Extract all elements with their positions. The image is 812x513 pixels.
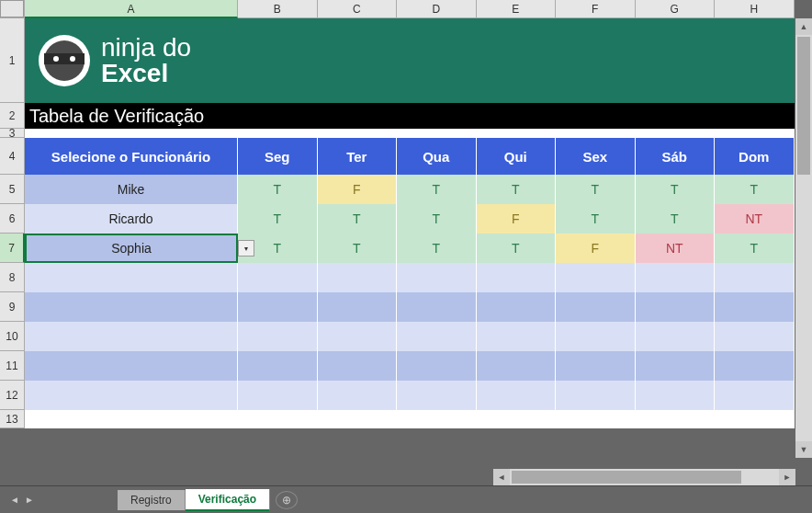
col-header-B[interactable]: B — [238, 0, 318, 18]
row-header-13[interactable]: 13 — [0, 410, 25, 428]
day-cell[interactable]: T — [238, 175, 318, 204]
day-cell[interactable] — [318, 322, 398, 351]
day-cell[interactable] — [238, 322, 318, 351]
day-cell[interactable]: T — [636, 175, 716, 204]
row-header-3[interactable]: 3 — [0, 129, 25, 138]
day-cell[interactable] — [556, 351, 636, 381]
day-cell[interactable]: F — [477, 204, 557, 234]
day-cell[interactable]: T — [556, 175, 636, 204]
day-cell[interactable] — [636, 263, 716, 292]
row-header-8[interactable]: 8 — [0, 263, 25, 292]
day-cell[interactable] — [397, 263, 477, 292]
vertical-scrollbar[interactable]: ▲ ▼ — [795, 18, 812, 458]
row-header-6[interactable]: 6 — [0, 204, 25, 234]
day-cell[interactable] — [715, 322, 795, 351]
col-header-F[interactable]: F — [556, 0, 636, 18]
employee-name-cell[interactable]: Ricardo — [25, 204, 238, 234]
row-header-11[interactable]: 11 — [0, 351, 25, 381]
day-cell[interactable] — [318, 381, 398, 410]
day-cell[interactable] — [397, 351, 477, 381]
employee-name-cell[interactable] — [25, 381, 238, 410]
sheet-tab-registro[interactable]: Registro — [118, 490, 186, 510]
row-header-10[interactable]: 10 — [0, 322, 25, 351]
scroll-thumb-h[interactable] — [512, 471, 741, 484]
day-cell[interactable] — [477, 381, 557, 410]
day-cell[interactable] — [238, 351, 318, 381]
day-cell[interactable] — [397, 292, 477, 322]
day-cell[interactable]: T — [318, 234, 398, 263]
row-header-5[interactable]: 5 — [0, 175, 25, 204]
day-cell[interactable]: T — [636, 204, 716, 234]
day-cell[interactable] — [318, 351, 398, 381]
day-cell[interactable]: T — [715, 234, 795, 263]
col-header-C[interactable]: C — [318, 0, 398, 18]
scroll-left-icon[interactable]: ◄ — [493, 469, 510, 485]
day-cell[interactable] — [715, 351, 795, 381]
day-cell[interactable] — [238, 292, 318, 322]
day-cell[interactable]: T — [397, 175, 477, 204]
col-header-H[interactable]: H — [715, 0, 795, 18]
employee-name-cell[interactable]: Mike — [25, 175, 238, 204]
dropdown-icon[interactable]: ▾ — [238, 240, 254, 256]
employee-name-cell[interactable] — [25, 292, 238, 322]
th-seg[interactable]: Seg — [238, 138, 318, 175]
day-cell[interactable]: T — [556, 204, 636, 234]
th-sab[interactable]: Sáb — [636, 138, 716, 175]
day-cell[interactable] — [397, 322, 477, 351]
row-header-9[interactable]: 9 — [0, 292, 25, 322]
day-cell[interactable] — [397, 381, 477, 410]
day-cell[interactable]: T — [477, 234, 557, 263]
row-header-1[interactable]: 1 — [0, 18, 25, 103]
day-cell[interactable] — [556, 292, 636, 322]
day-cell[interactable] — [636, 292, 716, 322]
th-dom[interactable]: Dom — [715, 138, 795, 175]
day-cell[interactable] — [715, 381, 795, 410]
day-cell[interactable] — [477, 263, 557, 292]
day-cell[interactable] — [477, 351, 557, 381]
day-cell[interactable] — [556, 263, 636, 292]
day-cell[interactable] — [318, 263, 398, 292]
row-header-12[interactable]: 12 — [0, 381, 25, 410]
day-cell[interactable] — [715, 263, 795, 292]
day-cell[interactable]: T — [397, 234, 477, 263]
employee-name-cell[interactable] — [25, 351, 238, 381]
col-header-E[interactable]: E — [477, 0, 557, 18]
day-cell[interactable]: F — [556, 234, 636, 263]
day-cell[interactable] — [556, 381, 636, 410]
blank-row[interactable] — [25, 410, 795, 428]
day-cell[interactable] — [636, 322, 716, 351]
day-cell[interactable]: NT — [636, 234, 716, 263]
day-cell[interactable]: T — [397, 204, 477, 234]
scroll-right-icon[interactable]: ► — [779, 469, 795, 485]
horizontal-scrollbar[interactable]: ◄ ► — [493, 469, 795, 485]
tab-nav-next-icon[interactable]: ► — [24, 495, 35, 506]
day-cell[interactable] — [477, 292, 557, 322]
day-cell[interactable]: T — [715, 175, 795, 204]
day-cell[interactable]: T — [318, 204, 398, 234]
col-header-D[interactable]: D — [397, 0, 477, 18]
th-employee[interactable]: Selecione o Funcionário — [25, 138, 238, 175]
th-qui[interactable]: Qui — [477, 138, 557, 175]
day-cell[interactable] — [636, 381, 716, 410]
scroll-thumb-v[interactable] — [797, 37, 810, 175]
th-qua[interactable]: Qua — [397, 138, 477, 175]
employee-name-cell[interactable]: Sophia▾ — [25, 234, 238, 263]
day-cell[interactable] — [636, 351, 716, 381]
select-all-corner[interactable] — [0, 0, 25, 18]
day-cell[interactable]: F — [318, 175, 398, 204]
new-sheet-button[interactable]: ⊕ — [276, 491, 298, 509]
scroll-down-icon[interactable]: ▼ — [795, 441, 812, 458]
employee-name-cell[interactable] — [25, 322, 238, 351]
col-header-G[interactable]: G — [636, 0, 716, 18]
day-cell[interactable] — [715, 292, 795, 322]
day-cell[interactable] — [318, 292, 398, 322]
day-cell[interactable] — [477, 322, 557, 351]
day-cell[interactable]: NT — [715, 204, 795, 234]
row-header-7[interactable]: 7 — [0, 234, 25, 263]
th-ter[interactable]: Ter — [318, 138, 398, 175]
tab-nav-prev-icon[interactable]: ◄ — [9, 495, 20, 506]
day-cell[interactable] — [238, 381, 318, 410]
day-cell[interactable]: T — [477, 175, 557, 204]
row-header-4[interactable]: 4 — [0, 138, 25, 175]
day-cell[interactable]: T — [238, 204, 318, 234]
